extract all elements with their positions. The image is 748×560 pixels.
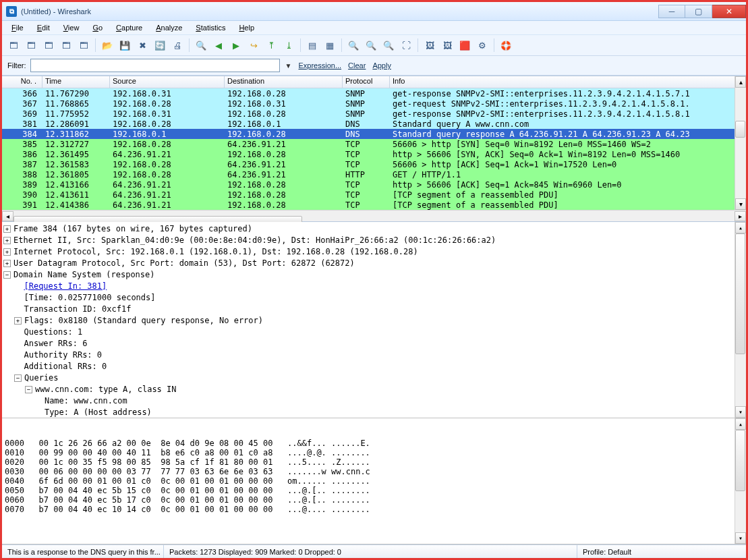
open-icon[interactable]: 📂	[100, 38, 115, 53]
hex-line[interactable]: 0060 b7 00 04 40 ec 5b 17 c0 0c 00 01 00…	[5, 495, 743, 505]
field-query-name[interactable]: Name: www.cnn.com	[3, 395, 745, 407]
apply-link[interactable]: Apply	[371, 61, 393, 69]
tree-queries[interactable]: −Queries	[3, 372, 745, 384]
find-icon[interactable]: 🔍	[194, 38, 208, 53]
preferences-icon[interactable]: ⚙	[475, 38, 490, 53]
close-file-icon[interactable]: ✖	[135, 38, 150, 53]
scroll-down-icon[interactable]: ▾	[735, 198, 746, 210]
go-back-icon[interactable]: ◀	[211, 38, 226, 53]
zoom-reset-icon[interactable]: 🔍	[381, 38, 396, 53]
menu-analyze-label: nalyze	[161, 24, 183, 32]
scroll-right-icon[interactable]: ▸	[735, 211, 746, 221]
col-header-protocol[interactable]: Protocol	[343, 76, 390, 88]
display-filters-icon[interactable]: 🖼	[440, 38, 455, 53]
field-answer-rrs[interactable]: Answer RRs: 6	[3, 338, 745, 349]
tree-udp[interactable]: +User Datagram Protocol, Src Port: domai…	[3, 258, 745, 269]
col-header-info[interactable]: Info	[390, 76, 746, 88]
col-header-destination[interactable]: Destination	[225, 76, 343, 88]
colorize-icon[interactable]: ▤	[305, 38, 320, 53]
field-questions[interactable]: Questions: 1	[3, 327, 745, 338]
restart-capture-icon[interactable]: 🗔	[76, 38, 91, 53]
go-last-icon[interactable]: ⤓	[281, 38, 296, 53]
menu-capture[interactable]: Capture	[111, 22, 148, 33]
packet-row[interactable]: 39012.41361164.236.91.21192.168.0.28TCP[…	[2, 190, 746, 200]
zoom-out-icon[interactable]: 🔍	[364, 38, 378, 53]
hex-line[interactable]: 0020 00 1c 00 35 f5 98 00 85 98 5a cf 1f…	[5, 457, 743, 467]
col-header-time[interactable]: Time	[42, 76, 110, 88]
tree-query-item[interactable]: −www.cnn.com: type A, class IN	[3, 384, 745, 395]
packet-row[interactable]: 36611.767290192.168.0.31192.168.0.28SNMP…	[2, 88, 746, 99]
packet-row[interactable]: 38912.41316664.236.91.21192.168.0.28TCPh…	[2, 179, 746, 190]
save-icon[interactable]: 💾	[117, 38, 132, 53]
print-icon[interactable]: 🖨	[170, 38, 185, 53]
autoscroll-icon[interactable]: ▦	[322, 38, 337, 53]
coloring-rules-icon[interactable]: 🟥	[457, 38, 472, 53]
start-capture-icon[interactable]: 🗔	[41, 38, 56, 53]
tree-ip[interactable]: +Internet Protocol, Src: 192.168.0.1 (19…	[3, 246, 745, 258]
packet-row[interactable]: 38612.36149564.236.91.21192.168.0.28TCPh…	[2, 149, 746, 159]
packet-list-vscroll[interactable]: ▴ ▾	[735, 76, 746, 210]
packet-row[interactable]: 36711.768865192.168.0.28192.168.0.31SNMP…	[2, 99, 746, 109]
filter-input[interactable]	[30, 59, 280, 72]
scroll-down-icon[interactable]: ▾	[735, 532, 746, 544]
menu-file[interactable]: File	[6, 22, 29, 33]
field-time[interactable]: [Time: 0.025771000 seconds]	[3, 292, 745, 304]
col-header-no[interactable]: No. .	[2, 76, 42, 88]
menu-view[interactable]: View	[58, 22, 85, 33]
col-header-source[interactable]: Source	[110, 76, 225, 88]
tree-dns[interactable]: −Domain Name System (response)	[3, 269, 745, 281]
scroll-up-icon[interactable]: ▴	[735, 76, 746, 88]
tree-frame[interactable]: +Frame 384 (167 bytes on wire, 167 bytes…	[3, 223, 745, 235]
expression-link[interactable]: Expression...	[297, 61, 343, 69]
scroll-down-icon[interactable]: ▾	[735, 406, 746, 418]
zoom-in-icon[interactable]: 🔍	[346, 38, 361, 53]
menu-statistics[interactable]: Statistics	[190, 22, 231, 33]
packet-row[interactable]: 38712.361583192.168.0.2864.236.91.21TCP5…	[2, 159, 746, 169]
packet-row[interactable]: 38412.311862192.168.0.1192.168.0.28DNSSt…	[2, 129, 746, 139]
maximize-button[interactable]: ▢	[685, 5, 712, 18]
scroll-up-icon[interactable]: ▴	[735, 222, 746, 233]
menu-edit[interactable]: Edit	[32, 22, 55, 33]
packet-row[interactable]: 38812.361805192.168.0.2864.236.91.21HTTP…	[2, 169, 746, 179]
filter-dropdown-icon[interactable]: ▼	[284, 62, 293, 69]
minimize-button[interactable]: ─	[658, 5, 685, 18]
options-icon[interactable]: 🗔	[24, 38, 38, 53]
scroll-left-icon[interactable]: ◂	[2, 211, 13, 221]
field-tid[interactable]: Transaction ID: 0xcf1f	[3, 304, 745, 315]
tree-flags[interactable]: +Flags: 0x8180 (Standard query response,…	[3, 315, 745, 327]
hex-line[interactable]: 0050 b7 00 04 40 ec 5b 15 c0 0c 00 01 00…	[5, 486, 743, 495]
capture-filters-icon[interactable]: 🖼	[422, 38, 437, 53]
help-icon[interactable]: 🛟	[498, 38, 513, 53]
stop-capture-icon[interactable]: 🗔	[59, 38, 74, 53]
menu-help[interactable]: Help	[233, 22, 260, 33]
field-request-in[interactable]: [Request In: 381]	[3, 281, 745, 292]
scroll-up-icon[interactable]: ▴	[735, 418, 746, 430]
packet-row[interactable]: 38512.312727192.168.0.2864.236.91.21TCP5…	[2, 139, 746, 149]
details-vscroll[interactable]: ▴ ▾	[735, 222, 746, 418]
clear-link[interactable]: Clear	[347, 61, 367, 69]
field-additional-rrs[interactable]: Additional RRs: 0	[3, 361, 745, 372]
hex-line[interactable]: 0000 00 1c 26 26 66 a2 00 0e 8e 04 d0 9e…	[5, 439, 743, 448]
tree-eth[interactable]: +Ethernet II, Src: Sparklan_04:d0:9e (00…	[3, 235, 745, 246]
bytes-vscroll[interactable]: ▴ ▾	[735, 418, 746, 544]
close-button[interactable]: ✕	[712, 5, 746, 18]
field-query-type[interactable]: Type: A (Host address)	[3, 407, 745, 418]
reload-icon[interactable]: 🔄	[152, 38, 167, 53]
packet-row[interactable]: 38112.286091192.168.0.28192.168.0.1DNSSt…	[2, 119, 746, 129]
go-forward-icon[interactable]: ▶	[229, 38, 243, 53]
packet-row[interactable]: 39112.41438664.236.91.21192.168.0.28TCP[…	[2, 200, 746, 210]
resize-columns-icon[interactable]: ⛶	[399, 38, 413, 53]
filter-bar: Filter: ▼ Expression... Clear Apply	[2, 56, 746, 76]
hex-line[interactable]: 0010 00 99 00 00 40 00 40 11 b8 e6 c0 a8…	[5, 448, 743, 457]
interfaces-icon[interactable]: 🗔	[6, 38, 21, 53]
packet-row[interactable]: 36911.775952192.168.0.31192.168.0.28SNMP…	[2, 109, 746, 119]
menu-analyze[interactable]: Analyze	[150, 22, 188, 33]
packet-list-hscroll[interactable]: ◂ ▸	[2, 210, 746, 221]
go-first-icon[interactable]: ⤒	[264, 38, 279, 53]
hex-line[interactable]: 0030 00 06 00 00 00 00 03 77 77 77 03 63…	[5, 467, 743, 476]
hex-line[interactable]: 0070 b7 00 04 40 ec 10 14 c0 0c 00 01 00…	[5, 505, 743, 514]
menu-go[interactable]: Go	[87, 22, 108, 33]
hex-line[interactable]: 0040 6f 6d 00 00 01 00 01 c0 0c 00 01 00…	[5, 476, 743, 486]
field-authority-rrs[interactable]: Authority RRs: 0	[3, 349, 745, 361]
go-to-packet-icon[interactable]: ↪	[246, 38, 261, 53]
